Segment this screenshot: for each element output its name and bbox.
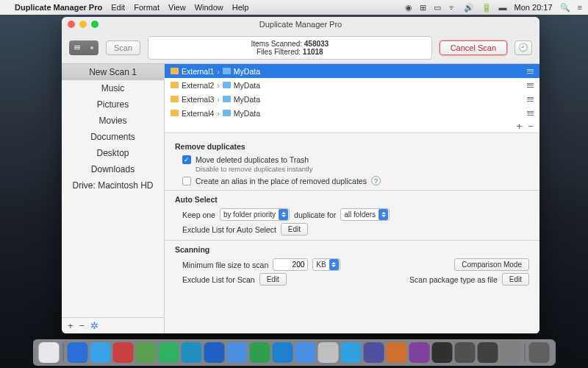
volume-icon[interactable]: 🔊 [464,3,474,13]
dock-app[interactable] [159,342,179,363]
move-to-trash-hint: Disable to remove duplicates instantly [196,165,529,173]
exclude-auto-edit-button[interactable]: Edit [281,223,308,236]
sidebar-item-pictures[interactable]: Pictures [62,96,164,113]
min-size-input[interactable] [273,258,308,271]
min-size-unit-select[interactable]: KB [312,258,340,271]
scan-path-row[interactable]: External1›MyData [165,64,539,78]
folder-icon [223,82,231,88]
dock-app[interactable] [136,342,157,363]
chevron-right-icon: › [217,109,220,118]
dock-app[interactable] [341,342,362,363]
zoom-window-button[interactable] [91,21,98,28]
battery-icon[interactable]: 🔋 [481,3,492,13]
duplicate-for-select[interactable]: all folders [340,208,390,221]
add-preset-button[interactable]: + [68,320,74,331]
sidebar-item-new-scan-1[interactable]: New Scan 1 [62,64,164,80]
menu-format[interactable]: Format [134,3,159,12]
remove-preset-button[interactable]: − [79,320,85,331]
sidebar-item-drive-macintosh-hd[interactable]: Drive: Macintosh HD [62,177,164,194]
exclude-scan-label: Exclude List for Scan [182,275,255,284]
chevron-right-icon: › [217,95,220,104]
dock-app[interactable] [295,342,316,363]
menubar-clock[interactable]: Mon 20:17 [514,3,553,12]
drive-folder-icon [171,68,179,74]
path-drive: External4 [182,109,214,118]
dock-app[interactable] [204,342,225,363]
dock-app[interactable] [250,342,270,363]
view-mode-toggle[interactable] [69,40,98,55]
dock [33,339,556,366]
dock-app[interactable] [478,342,498,363]
create-alias-label: Create an alias in the place of removed … [196,177,367,185]
reorder-handle-icon[interactable] [527,69,534,74]
scan-status: Items Scanned: 458033 Files Filtered: 11… [148,36,432,60]
sidebar-item-downloads[interactable]: Downloads [62,161,164,177]
search-icon[interactable]: 🔍 [560,3,570,13]
cancel-scan-button[interactable]: Cancel Scan [440,40,507,55]
folder-icon [223,96,231,102]
reorder-handle-icon[interactable] [527,83,534,88]
settings-gear-icon[interactable]: ✲ [90,320,98,331]
window-title: Duplicate Manager Pro [259,20,343,29]
menu-extra-icon[interactable]: ⊞ [420,3,426,13]
dock-app[interactable] [455,342,476,363]
dock-app[interactable] [39,342,60,363]
sidebar-item-music[interactable]: Music [62,80,164,96]
close-window-button[interactable] [68,21,75,28]
dock-app[interactable] [432,342,453,363]
sidebar-item-movies[interactable]: Movies [62,113,164,129]
duplicate-for-label: duplicate for [294,210,336,219]
dock-app[interactable] [182,342,202,363]
siri-icon[interactable]: ◉ [405,3,412,13]
reorder-handle-icon[interactable] [527,111,534,116]
remove-path-button[interactable]: − [528,121,534,132]
app-menu[interactable]: Duplicate Manager Pro [15,3,102,12]
sidebar-item-documents[interactable]: Documents [62,129,164,145]
reorder-handle-icon[interactable] [527,97,534,102]
scan-path-row[interactable]: External3›MyData [165,92,539,106]
path-drive: External1 [182,67,214,76]
dock-app[interactable] [318,342,339,363]
dock-app[interactable] [273,342,293,363]
menu-view[interactable]: View [168,3,186,12]
drive-folder-icon [171,82,179,88]
comparison-mode-button[interactable]: Comparison Mode [454,258,529,271]
drive-folder-icon [171,96,179,102]
dock-app[interactable] [409,342,430,363]
dock-app[interactable] [364,342,384,363]
move-to-trash-checkbox[interactable]: ✓ [182,155,191,164]
flag-icon[interactable]: ▬ [499,3,507,12]
scan-path-row[interactable]: External2›MyData [165,78,539,92]
menu-edit[interactable]: Edit [111,3,125,12]
scan-package-label: Scan package type as file [409,275,498,284]
exclude-scan-edit-button[interactable]: Edit [259,273,287,286]
minimize-window-button[interactable] [79,21,87,28]
add-path-button[interactable]: + [517,121,523,132]
path-drive: External3 [182,95,214,104]
wifi-icon[interactable]: ᯤ [448,3,456,12]
exclude-auto-label: Exclude List for Auto Select [182,225,276,234]
scan-package-edit-button[interactable]: Edit [502,273,529,286]
folder-icon [223,68,231,74]
dock-app[interactable] [90,342,111,363]
dock-app[interactable] [387,342,407,363]
create-alias-checkbox[interactable] [182,177,191,185]
dock-app[interactable] [529,342,550,363]
notification-center-icon[interactable]: ≡ [578,3,582,12]
path-folder: MyData [234,67,260,76]
history-button[interactable]: 🕘 [514,40,532,55]
menu-help[interactable]: Help [232,3,249,12]
dock-app[interactable] [227,342,248,363]
scan-path-row[interactable]: External4›MyData [165,106,539,120]
dock-app[interactable] [501,342,521,363]
display-icon[interactable]: ▭ [434,3,441,13]
create-alias-help-icon[interactable]: ? [371,176,381,185]
dock-app[interactable] [113,342,134,363]
scan-button[interactable]: Scan [106,40,140,55]
sidebar-item-desktop[interactable]: Desktop [62,145,164,161]
dock-app[interactable] [68,342,88,363]
app-window: Duplicate Manager Pro Scan Items Scanned… [62,17,539,333]
keep-one-select[interactable]: by folder priority [220,208,290,221]
path-folder: MyData [234,81,260,90]
menu-window[interactable]: Window [195,3,223,12]
